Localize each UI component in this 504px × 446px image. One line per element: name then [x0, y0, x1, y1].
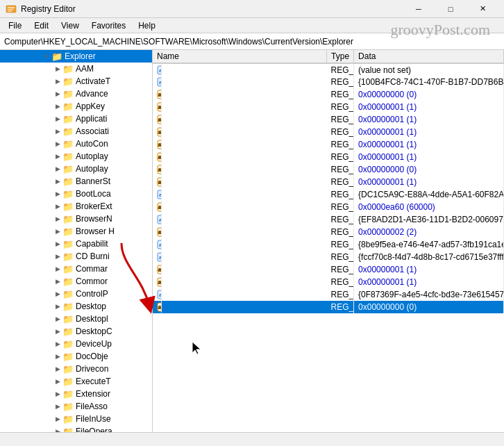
reg-type-icon: ☗ — [157, 114, 162, 124]
expand-icon[interactable]: ▶ — [53, 315, 62, 322]
tree-item-cdburni[interactable]: ▶ 📁 CD Burni — [0, 250, 152, 263]
expand-icon[interactable]: ▶ — [53, 303, 62, 310]
expand-icon[interactable]: ▶ — [53, 265, 62, 272]
table-row[interactable]: ☗EarlyAppResolve...REG_DWORD0x00000001 (… — [153, 176, 504, 188]
expand-icon[interactable]: ▶ — [53, 65, 62, 72]
table-row[interactable]: ☗DisableResolveS...REG_DWORD0x00000001 (… — [153, 151, 504, 163]
reg-data-cell: {100B4FC8-74C1-470F-B1B7-DD7B6BAE79BD} — [354, 76, 504, 88]
tree-item-autoplay2[interactable]: ▶ 📁 Autoplay — [0, 163, 152, 175]
tree-item-bootloca[interactable]: ▶ 📁 BootLoca — [0, 188, 152, 200]
tree-item-activatet[interactable]: ▶ 📁 ActivateT — [0, 75, 152, 88]
expand-icon[interactable]: ▶ — [53, 115, 62, 122]
tree-item-brokerext[interactable]: ▶ 📁 BrokerExt — [0, 200, 152, 213]
expand-icon[interactable]: ▶ — [53, 128, 62, 135]
maximize-button[interactable]: □ — [435, 0, 467, 18]
close-button[interactable]: ✕ — [467, 0, 498, 18]
expand-icon[interactable]: ▶ — [53, 328, 62, 335]
expand-icon[interactable]: ▶ — [53, 290, 62, 297]
table-row[interactable]: ☗DisableUpgrade...REG_DWORD0x00000000 (0… — [153, 163, 504, 176]
tree-item-appkey[interactable]: ▶ 📁 AppKey — [0, 100, 152, 113]
folder-icon: 📁 — [62, 339, 74, 349]
tree-item-capabilit[interactable]: ▶ 📁 Capabilit — [0, 238, 152, 250]
tree-item-docobje[interactable]: ▶ 📁 DocObje — [0, 350, 152, 363]
tree-item-executet[interactable]: ▶ 📁 ExecuteT — [0, 375, 152, 388]
tree-item-browsern[interactable]: ▶ 📁 BrowserN — [0, 213, 152, 225]
expand-icon[interactable]: ▶ — [53, 365, 62, 372]
folder-icon: 📁 — [62, 251, 74, 262]
tree-item-commor[interactable]: ▶ 📁 Commor — [0, 275, 152, 288]
tree-item-advance[interactable]: ▶ 📁 Advance — [0, 88, 152, 100]
tree-item-autocon[interactable]: ▶ 📁 AutoCon — [0, 138, 152, 150]
tree-item-desktopl[interactable]: ▶ 📁 Desktopl — [0, 313, 152, 325]
expand-icon[interactable]: ▶ — [53, 103, 62, 110]
expand-icon[interactable]: ▶ — [53, 228, 62, 235]
table-row[interactable]: abGlobalFolderSett...REG_SZ{EF8AD2D1-AE3… — [153, 213, 504, 226]
expand-icon[interactable]: ▶ — [53, 253, 62, 260]
table-row[interactable]: ☗ActiveSetupDisa...REG_DWORD0x00000000 (… — [153, 88, 504, 101]
tree-item-drivecon[interactable]: ▶ 📁 Drivecon — [0, 363, 152, 375]
table-row[interactable]: ☗HubModeREG_DWORD0x00000000 (0) — [153, 301, 504, 313]
expand-icon[interactable]: ▶ — [53, 90, 62, 97]
tree-item-associati[interactable]: ▶ 📁 Associati — [0, 125, 152, 138]
expand-icon[interactable]: ▶ — [53, 240, 62, 247]
expand-icon[interactable]: ▶ — [53, 178, 62, 185]
expand-icon[interactable]: ▶ — [53, 340, 62, 347]
menu-edit[interactable]: Edit — [28, 19, 54, 32]
tree-item-explorer[interactable]: ▾ 📁 Explorer — [0, 50, 152, 63]
tree-item-fileasso[interactable]: ▶ 📁 FileAsso — [0, 400, 152, 413]
expand-icon[interactable]: ▶ — [53, 415, 62, 422]
menu-file[interactable]: File — [3, 19, 27, 32]
tree-item-deviceup[interactable]: ▶ 📁 DeviceUp — [0, 338, 152, 350]
expand-icon[interactable]: ▶ — [53, 190, 62, 197]
folder-icon: 📁 — [62, 226, 74, 237]
tree-item-browserh[interactable]: ▶ 📁 Browser H — [0, 225, 152, 238]
tree-item-aam[interactable]: ▶ 📁 AAM — [0, 63, 152, 75]
table-row[interactable]: abTaskSchedulerREG_SZ{0F87369F-a4e5-4cfc… — [153, 288, 504, 301]
expand-icon[interactable]: ▶ — [53, 278, 62, 285]
table-row[interactable]: abFileOpenDialogREG_SZ{DC1C5A9C-E88A-4dd… — [153, 188, 504, 201]
table-row[interactable]: ☗AsyncRunOnceREG_DWORD0x00000001 (1) — [153, 113, 504, 126]
table-row[interactable]: ☗AsyncUpdatePC...REG_DWORD0x00000001 (1) — [153, 126, 504, 138]
tree-label: DocObje — [76, 352, 151, 361]
expand-icon[interactable]: ▶ — [53, 215, 62, 222]
tree-item-controlp[interactable]: ▶ 📁 ControlP — [0, 288, 152, 300]
table-scroll[interactable]: Name Type Data ab(Default)REG_SZ(value n… — [153, 50, 504, 432]
tree-item-applicati[interactable]: ▶ 📁 Applicati — [0, 113, 152, 125]
tree-item-autoplay1[interactable]: ▶ 📁 Autoplay — [0, 150, 152, 163]
expand-icon[interactable]: ▶ — [53, 403, 62, 410]
table-row[interactable]: ☗lineOobeU...REG_DWORD0x00000001 (1) — [153, 263, 504, 276]
expand-icon[interactable]: ▶ — [53, 165, 62, 172]
tree-label: BannerSt — [76, 176, 151, 186]
menu-view[interactable]: View — [56, 19, 85, 32]
table-row[interactable]: abPopupSearch...REG_SZ{fccf70c8-f4d7-4d8… — [153, 251, 504, 263]
table-row[interactable]: ☗ActiveSetupTask...REG_DWORD0x00000001 (… — [153, 101, 504, 113]
table-row[interactable]: ☗IconUnderlineREG_DWORD0x00000002 (2) — [153, 226, 504, 238]
expand-icon[interactable]: ▶ — [53, 353, 62, 360]
menu-help[interactable]: Help — [133, 19, 161, 32]
tree-label: Desktopl — [76, 314, 151, 324]
expand-icon[interactable]: ▶ — [53, 390, 62, 397]
expand-icon[interactable]: ▾ — [42, 53, 51, 60]
table-row[interactable]: ☗DisableAppInsta...REG_DWORD0x00000001 (… — [153, 138, 504, 151]
expand-icon[interactable]: ▶ — [53, 78, 62, 85]
expand-icon[interactable]: ▶ — [53, 203, 62, 210]
table-row[interactable]: abListViewPopupC...REG_SZ{8be9f5ea-e746-… — [153, 238, 504, 251]
tree-item-desktopc[interactable]: ▶ 📁 DesktopC — [0, 325, 152, 338]
table-row[interactable]: abAccessDeniedDi...REG_SZ{100B4FC8-74C1-… — [153, 76, 504, 88]
tree-item-commar[interactable]: ▶ 📁 Commar — [0, 263, 152, 275]
table-row[interactable]: ab(Default)REG_SZ(value not set) — [153, 63, 504, 76]
tree-item-desktop[interactable]: ▶ 📁 Desktop — [0, 300, 152, 313]
tree-item-fileopera[interactable]: ▶ 📁 FileOpera — [0, 425, 152, 432]
tree-item-extensior[interactable]: ▶ 📁 Extensior — [0, 388, 152, 400]
expand-icon[interactable]: ▶ — [53, 428, 62, 432]
tree-item-fileinuse[interactable]: ▶ 📁 FileInUse — [0, 413, 152, 425]
expand-icon[interactable]: ▶ — [53, 140, 62, 147]
table-row[interactable]: ☗FSIASleepTimeln...REG_DWORD0x0000ea60 (… — [153, 201, 504, 213]
menu-favorites[interactable]: Favorites — [86, 19, 131, 32]
tree-item-bannerst[interactable]: ▶ 📁 BannerSt — [0, 175, 152, 188]
reg-type-cell: REG_SZ — [327, 63, 354, 76]
table-row[interactable]: ☗aitOnRoam...REG_DWORD0x00000001 (1) — [153, 276, 504, 288]
expand-icon[interactable]: ▶ — [53, 153, 62, 160]
minimize-button[interactable]: ─ — [403, 0, 435, 18]
expand-icon[interactable]: ▶ — [53, 378, 62, 385]
